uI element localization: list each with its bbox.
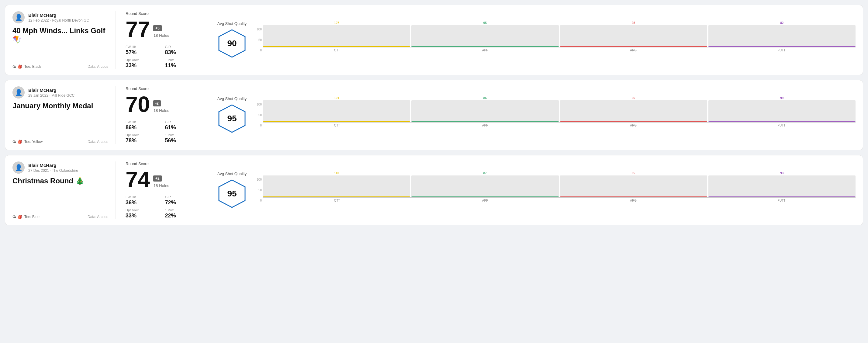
bar-fill-ott: [263, 196, 410, 197]
data-source: Data: Arccos: [88, 64, 108, 69]
y-label-0: 0: [253, 49, 262, 52]
right-section: Avg Shot Quality 95 100 50 0 110: [207, 161, 856, 219]
oneputt-label: 1 Putt: [165, 133, 197, 137]
player-name: Blair McHarg: [28, 12, 89, 18]
y-label-0: 0: [253, 124, 262, 127]
chart-x-label: OTT: [263, 199, 411, 202]
bar-value-app: 86: [484, 96, 487, 100]
middle-section: Round Score 74 +2 18 Holes FW Hit 36% GI…: [116, 161, 207, 219]
cloud-icon: 🌤: [12, 64, 16, 69]
holes-label: 18 Holes: [154, 108, 169, 113]
bar-col-ott: 110: [263, 172, 410, 197]
bar-bg-app: [411, 176, 558, 197]
bar-value-ott: 110: [334, 172, 339, 175]
bar-bg-ott: [263, 100, 410, 122]
avatar: 👤: [12, 86, 25, 98]
bag-icon: 🎒: [18, 139, 23, 144]
oneputt-stat: 1 Putt 11%: [165, 58, 197, 69]
bar-col-arg: 96: [560, 96, 707, 122]
round-title: 40 Mph Winds... Links Golf 🪁: [12, 27, 108, 44]
bar-fill-arg: [560, 46, 707, 47]
bar-bg-ott: [263, 25, 410, 47]
y-label-100: 100: [253, 178, 262, 181]
y-axis-labels: 100 50 0: [253, 28, 262, 52]
bar-value-app: 87: [484, 172, 487, 175]
bar-bg-arg: [560, 25, 707, 47]
bag-icon: 🎒: [18, 64, 23, 69]
hexagon: 90: [217, 28, 247, 59]
score-badge: +2: [153, 176, 162, 182]
gir-label: GIR: [165, 195, 197, 199]
bar-fill-app: [411, 196, 558, 197]
bar-value-app: 95: [484, 21, 487, 25]
quality-score: 95: [227, 114, 237, 123]
fw-hit-label: FW Hit: [126, 195, 158, 199]
quality-section: Avg Shot Quality 95 100 50 0 110: [217, 172, 856, 209]
player-info: 👤 Blair McHarg 27 Dec 2021 · The Oxfords…: [12, 161, 108, 174]
bars-wrapper: 107 95 98 82: [263, 21, 856, 48]
hex-and-label: Avg Shot Quality 90: [217, 21, 247, 59]
updown-value: 33%: [126, 213, 158, 219]
chart-x-label: OTT: [263, 124, 411, 127]
bar-fill-putt: [708, 46, 856, 47]
fw-hit-label: FW Hit: [126, 120, 158, 124]
score-row: 74 +2 18 Holes: [126, 168, 197, 190]
bag-icon: 🎒: [18, 215, 23, 219]
gir-stat: GIR 61%: [165, 120, 197, 131]
chart-x-label: PUTT: [708, 49, 856, 52]
bar-fill-ott: [263, 121, 410, 122]
gir-stat: GIR 83%: [165, 45, 197, 56]
score-badge: -2: [153, 100, 161, 106]
updown-stat: Up/Down 78%: [126, 133, 158, 144]
y-label-50: 50: [253, 114, 262, 117]
y-label-100: 100: [253, 28, 262, 31]
bar-bg-arg: [560, 100, 707, 122]
round-score-label: Round Score: [126, 161, 197, 166]
gir-value: 83%: [165, 49, 197, 56]
chart-x-label: APP: [411, 124, 559, 127]
avg-shot-quality-label: Avg Shot Quality: [217, 172, 247, 176]
bar-value-arg: 96: [632, 96, 635, 100]
score-row: 77 +5 18 Holes: [126, 18, 197, 40]
updown-value: 33%: [126, 62, 158, 69]
oneputt-value: 11%: [165, 62, 197, 69]
round-title: January Monthly Medal: [12, 101, 108, 111]
chart-x-label: PUTT: [708, 124, 856, 127]
tee-info: 🌤 🎒 Tee: Black: [12, 64, 41, 69]
hexagon: 95: [217, 179, 247, 209]
round-card: 👤 Blair McHarg 27 Dec 2021 · The Oxfords…: [5, 155, 863, 225]
chart-x-label: OTT: [263, 49, 411, 52]
middle-section: Round Score 70 -2 18 Holes FW Hit 86% GI…: [116, 86, 207, 144]
bar-fill-ott: [263, 46, 410, 47]
bar-bg-app: [411, 100, 558, 122]
bar-fill-app: [411, 46, 558, 47]
player-name: Blair McHarg: [28, 88, 74, 93]
player-info: 👤 Blair McHarg 12 Feb 2022 · Royal North…: [12, 11, 108, 23]
player-date-course: 29 Jan 2022 · Mill Ride GCC: [28, 93, 74, 98]
bar-col-app: 95: [411, 21, 558, 47]
avatar-icon: 👤: [15, 164, 23, 171]
updown-label: Up/Down: [126, 133, 158, 137]
updown-stat: Up/Down 33%: [126, 58, 158, 69]
score-badge: +5: [153, 25, 162, 31]
avatar: 👤: [12, 161, 25, 174]
player-date-course: 27 Dec 2021 · The Oxfordshire: [28, 168, 78, 173]
footer-info: 🌤 🎒 Tee: Black Data: Arccos: [12, 61, 108, 69]
score-details: FW Hit 36% GIR 72% Up/Down 33% 1 Putt 22…: [126, 195, 197, 219]
bar-bg-putt: [708, 176, 856, 197]
oneputt-label: 1 Putt: [165, 58, 197, 62]
chart-x-label: ARG: [559, 49, 708, 52]
bar-fill-putt: [708, 196, 856, 197]
gir-value: 72%: [165, 199, 197, 206]
fw-hit-value: 86%: [126, 124, 158, 131]
fw-hit-stat: FW Hit 57%: [126, 45, 158, 56]
score-details: FW Hit 57% GIR 83% Up/Down 33% 1 Putt 11…: [126, 45, 197, 69]
gir-stat: GIR 72%: [165, 195, 197, 206]
quality-section: Avg Shot Quality 90 100 50 0 107: [217, 21, 856, 59]
score-details: FW Hit 86% GIR 61% Up/Down 78% 1 Putt 56…: [126, 120, 197, 144]
updown-label: Up/Down: [126, 58, 158, 62]
bar-col-arg: 98: [560, 21, 707, 47]
avg-shot-quality-label: Avg Shot Quality: [217, 96, 247, 101]
score-number: 74: [126, 168, 150, 190]
cloud-icon: 🌤: [12, 215, 16, 219]
